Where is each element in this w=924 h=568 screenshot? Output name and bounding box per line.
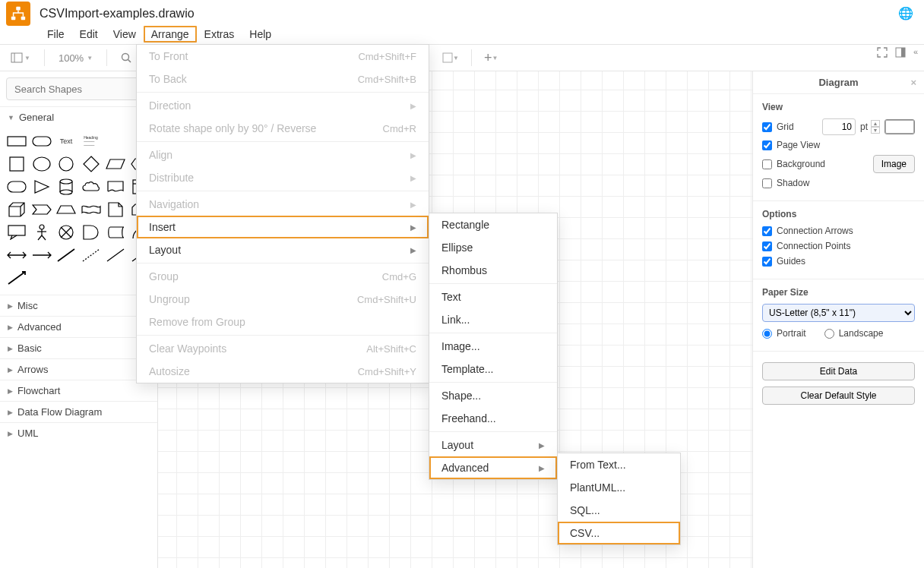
menu-item-sql[interactable]: SQL...: [558, 499, 680, 522]
shape-and[interactable]: [81, 223, 102, 241]
menu-item-csv[interactable]: CSV...: [558, 522, 680, 544]
shape-cylinder[interactable]: [55, 178, 77, 196]
shadow-checkbox[interactable]: [762, 178, 772, 188]
shape-text[interactable]: Text: [55, 132, 77, 150]
format-panel-toggle-icon[interactable]: [895, 47, 906, 60]
menu-item-from-text[interactable]: From Text...: [558, 453, 680, 476]
landscape-radio[interactable]: [824, 329, 834, 339]
section-basic[interactable]: ▶Basic: [0, 337, 157, 358]
shape-line[interactable]: [55, 246, 77, 264]
menu-item-insert[interactable]: Insert▶: [137, 216, 429, 238]
shape-callout[interactable]: [6, 223, 27, 241]
shape-actor[interactable]: [31, 223, 52, 241]
fullscreen-icon[interactable]: [877, 47, 888, 60]
menu-item-shape[interactable]: Shape...: [429, 384, 557, 407]
shape-cloud[interactable]: [81, 178, 102, 196]
svg-rect-20: [8, 226, 25, 235]
menu-item-navigation: Navigation▶: [137, 193, 429, 216]
menu-extras[interactable]: Extras: [197, 26, 242, 43]
shape-data-storage[interactable]: [105, 223, 126, 241]
menu-item-image[interactable]: Image...: [429, 335, 557, 358]
shape-bidir-arrow[interactable]: [6, 246, 27, 264]
conn-arrows-checkbox[interactable]: [762, 226, 772, 236]
shape-step[interactable]: [31, 200, 52, 219]
shape-ellipse[interactable]: [31, 155, 52, 173]
svg-rect-10: [8, 137, 26, 146]
shape-process[interactable]: [6, 178, 27, 196]
chevron-right-icon: ▶: [539, 441, 545, 450]
menu-item-layout[interactable]: Layout▶: [429, 434, 557, 456]
caret-icon: ▶: [8, 323, 13, 331]
menu-item-link[interactable]: Link...: [429, 308, 557, 331]
search-input[interactable]: [6, 77, 151, 100]
left-sidebar: ▼General Text Heading────────: [0, 71, 158, 568]
section-advanced[interactable]: ▶Advanced: [0, 316, 157, 337]
portrait-radio[interactable]: [762, 329, 772, 339]
language-icon[interactable]: 🌐: [898, 6, 913, 21]
shape-cube[interactable]: [6, 200, 27, 219]
menu-file[interactable]: File: [40, 26, 72, 43]
paper-size-select[interactable]: US-Letter (8,5" x 11"): [762, 304, 915, 322]
clear-style-button[interactable]: Clear Default Style: [762, 387, 915, 405]
grid-color-swatch[interactable]: [884, 119, 915, 134]
edit-data-button[interactable]: Edit Data: [762, 362, 915, 380]
menu-item-advanced[interactable]: Advanced▶: [429, 456, 557, 479]
shape-note[interactable]: [105, 200, 126, 219]
chevron-right-icon: ▶: [410, 200, 416, 209]
menu-item-template[interactable]: Template...: [429, 358, 557, 380]
shape-circle[interactable]: [55, 155, 77, 173]
style-dropdown-icon[interactable]: ▼: [438, 49, 464, 66]
section-misc[interactable]: ▶Misc: [0, 295, 157, 316]
shape-parallelogram[interactable]: [105, 155, 126, 173]
menu-item-rectangle[interactable]: Rectangle: [429, 213, 557, 236]
section-dfd[interactable]: ▶Data Flow Diagram: [0, 401, 157, 422]
chevron-right-icon: ▶: [410, 102, 416, 110]
shape-dashed-line[interactable]: [81, 246, 102, 264]
background-checkbox[interactable]: [762, 159, 772, 169]
add-icon[interactable]: + ▼: [479, 47, 502, 69]
grid-stepper[interactable]: ▲▼: [871, 120, 880, 134]
shape-line2[interactable]: [105, 246, 126, 264]
menu-item-freehand[interactable]: Freehand...: [429, 407, 557, 430]
menu-item-layout[interactable]: Layout▶: [137, 238, 429, 261]
zoom-tool-icon[interactable]: [116, 49, 136, 66]
shape-tape[interactable]: [81, 200, 102, 219]
menu-help[interactable]: Help: [242, 26, 279, 43]
shape-rect[interactable]: [6, 132, 27, 150]
menu-item-group: GroupCmd+G: [137, 265, 429, 288]
menu-view[interactable]: View: [106, 26, 144, 43]
shape-arrow3[interactable]: [6, 269, 27, 287]
collapse-icon[interactable]: «: [913, 47, 918, 60]
svg-point-13: [33, 157, 50, 171]
grid-checkbox[interactable]: [762, 122, 772, 132]
background-image-button[interactable]: Image: [873, 155, 915, 173]
menu-item-plantuml[interactable]: PlantUML...: [558, 476, 680, 499]
section-general[interactable]: ▼General: [0, 106, 157, 128]
shape-or[interactable]: [55, 223, 77, 241]
grid-size-input[interactable]: [822, 118, 856, 135]
conn-points-checkbox[interactable]: [762, 241, 772, 251]
document-title[interactable]: CSVImport-examples.drawio: [40, 7, 195, 21]
pageview-checkbox[interactable]: [762, 140, 772, 150]
shape-document[interactable]: [105, 178, 126, 196]
close-icon[interactable]: ×: [910, 77, 916, 88]
section-uml[interactable]: ▶UML: [0, 422, 157, 443]
shape-rounded-rect[interactable]: [31, 132, 52, 150]
shape-arrow[interactable]: [31, 246, 52, 264]
menu-item-ellipse[interactable]: Ellipse: [429, 236, 557, 259]
menu-arrange[interactable]: Arrange: [144, 26, 197, 43]
shape-square[interactable]: [6, 155, 27, 173]
shape-diamond[interactable]: [81, 155, 102, 173]
shape-triangle[interactable]: [31, 178, 52, 196]
shape-heading[interactable]: Heading────────: [81, 132, 102, 150]
menu-item-text[interactable]: Text: [429, 286, 557, 308]
guides-checkbox[interactable]: [762, 257, 772, 267]
menu-edit[interactable]: Edit: [72, 26, 106, 43]
section-arrows[interactable]: ▶Arrows: [0, 358, 157, 380]
section-flowchart[interactable]: ▶Flowchart: [0, 380, 157, 401]
menu-item-rhombus[interactable]: Rhombus: [429, 259, 557, 282]
page-view-toggle-icon[interactable]: ▼: [6, 49, 35, 66]
shape-trapezoid[interactable]: [55, 200, 77, 219]
zoom-level[interactable]: 100% ▼: [54, 49, 97, 67]
shape-blank[interactable]: [105, 132, 126, 150]
